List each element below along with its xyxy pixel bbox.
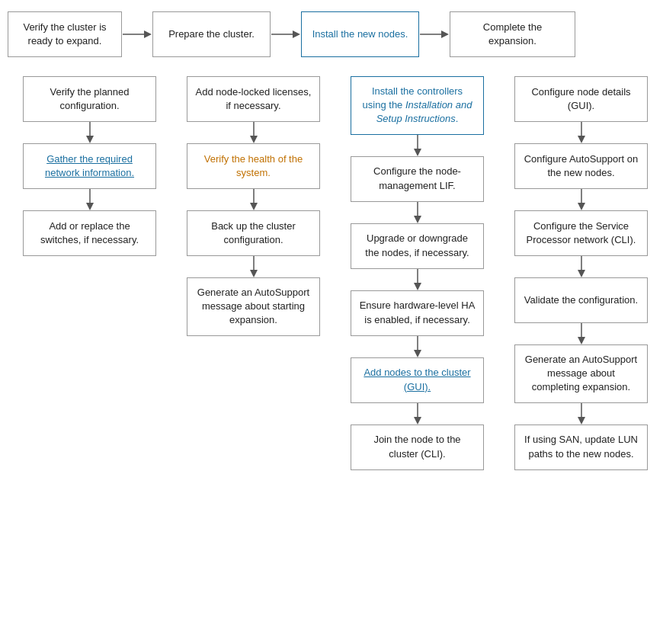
add-licenses-text: Add node-locked licenses, if necessary. [195, 85, 312, 113]
column-4: Configure node details (GUI). Configure … [499, 76, 663, 470]
svg-marker-13 [250, 203, 258, 210]
svg-marker-25 [414, 417, 421, 425]
box-generate-autosupport1: Generate an AutoSupport message about st… [187, 277, 320, 336]
arrow-down-c2-2 [247, 189, 261, 210]
configure-autosupport-nodes-text: Configure AutoSupport on the new nodes. [523, 152, 639, 180]
top-row: Verify the cluster is ready to expand. P… [8, 8, 655, 61]
box-verify-ready-text: Verify the cluster is ready to expand. [16, 21, 114, 48]
configure-node-details-text: Configure node details (GUI). [523, 85, 639, 113]
svg-marker-17 [414, 149, 421, 156]
arrow-down-c4-4 [575, 323, 588, 344]
box-upgrade-downgrade: Upgrade or downgrade the nodes, if neces… [351, 223, 484, 269]
arrow-down-c3-5 [411, 403, 424, 425]
arrow-down-c2-3 [247, 256, 261, 277]
update-lun-text: If using SAN, update LUN paths to the ne… [523, 433, 639, 460]
box-complete-expansion: Complete the expansion. [450, 11, 575, 57]
arrow-down-c3-4 [411, 336, 424, 357]
box-verify-planned: Verify the planned configuration. [23, 76, 156, 122]
upgrade-downgrade-text: Upgrade or downgrade the nodes, if neces… [359, 232, 476, 259]
join-node-cli-text: Join the node to the cluster (CLI). [359, 433, 476, 460]
arrow-down-c1-1 [83, 122, 97, 143]
svg-marker-1 [144, 30, 152, 38]
top-box-prepare: Prepare the cluster. [152, 11, 271, 57]
box-configure-sp: Configure the Service Processor network … [514, 210, 648, 256]
arrow-right-1 [122, 27, 152, 41]
column-1: Verify the planned configuration. Gather… [8, 76, 171, 256]
add-switches-text: Add or replace the switches, if necessar… [31, 219, 148, 247]
top-box-install: Install the new nodes. [301, 11, 419, 57]
box-configure-lif: Configure the node-management LIF. [351, 156, 484, 202]
svg-marker-5 [441, 30, 449, 38]
box-validate-config: Validate the configuration. [514, 277, 648, 323]
box-complete-text: Complete the expansion. [458, 21, 567, 48]
column-3: Install the controllers using the Instal… [335, 76, 499, 470]
add-nodes-gui-text[interactable]: Add nodes to the cluster (GUI). [359, 366, 476, 393]
svg-marker-3 [293, 30, 300, 38]
top-box-complete: Complete the expansion. [450, 11, 575, 57]
arrow-down-c3-3 [411, 269, 424, 290]
box-prepare-cluster: Prepare the cluster. [152, 11, 271, 57]
arrow-right-3 [419, 27, 450, 41]
box-install-text: Install the new nodes. [312, 27, 408, 41]
configure-sp-text: Configure the Service Processor network … [523, 219, 639, 247]
box-gather-network: Gather the required network information. [23, 143, 156, 189]
box-join-node-cli: Join the node to the cluster (CLI). [351, 425, 484, 470]
svg-marker-15 [250, 270, 258, 277]
arrow-down-c4-3 [575, 256, 588, 277]
generate-autosupport2-text: Generate an AutoSupport message about co… [523, 353, 639, 395]
box-verify-ready: Verify the cluster is ready to expand. [8, 11, 122, 57]
box-prepare-text: Prepare the cluster. [168, 27, 255, 41]
box-install-controllers: Install the controllers using the Instal… [351, 76, 484, 135]
arrow-down-c4-5 [575, 403, 588, 425]
box-configure-node-details: Configure node details (GUI). [514, 76, 648, 122]
ensure-ha-text: Ensure hardware-level HA is enabled, if … [359, 299, 476, 326]
install-controllers-text: Install the controllers using the Instal… [359, 85, 476, 127]
validate-config-text: Validate the configuration. [524, 293, 638, 307]
svg-marker-29 [578, 203, 585, 210]
svg-marker-7 [86, 136, 94, 143]
verify-planned-text: Verify the planned configuration. [31, 85, 148, 113]
svg-marker-19 [414, 216, 421, 223]
box-generate-autosupport2: Generate an AutoSupport message about co… [514, 344, 648, 403]
generate-autosupport1-text: Generate an AutoSupport message about st… [195, 286, 312, 328]
svg-marker-9 [86, 203, 94, 210]
box-configure-autosupport-nodes: Configure AutoSupport on the new nodes. [514, 143, 648, 189]
svg-marker-31 [578, 270, 585, 277]
box-back-up: Back up the cluster configuration. [187, 210, 320, 256]
arrow-down-c3-1 [411, 135, 424, 156]
box-add-licenses: Add node-locked licenses, if necessary. [187, 76, 320, 122]
box-ensure-ha: Ensure hardware-level HA is enabled, if … [351, 290, 484, 336]
svg-marker-21 [414, 283, 421, 290]
svg-marker-23 [414, 350, 421, 357]
back-up-text: Back up the cluster configuration. [195, 219, 312, 247]
arrow-right-2 [271, 27, 301, 41]
box-install-nodes: Install the new nodes. [301, 11, 419, 57]
arrow-down-c2-1 [247, 122, 261, 143]
columns-section: Verify the planned configuration. Gather… [8, 76, 655, 470]
box-update-lun: If using SAN, update LUN paths to the ne… [514, 425, 648, 470]
configure-lif-text: Configure the node-management LIF. [359, 165, 476, 192]
arrow-down-c3-2 [411, 202, 424, 223]
arrow-down-c4-2 [575, 189, 588, 210]
svg-marker-11 [250, 136, 258, 143]
top-box-verify-ready: Verify the cluster is ready to expand. [8, 11, 122, 57]
box-add-nodes-gui: Add nodes to the cluster (GUI). [351, 357, 484, 403]
gather-network-text[interactable]: Gather the required network information. [31, 152, 148, 180]
box-add-switches: Add or replace the switches, if necessar… [23, 210, 156, 256]
column-2: Add node-locked licenses, if necessary. … [171, 76, 335, 336]
svg-marker-27 [578, 136, 585, 143]
verify-health-text: Verify the health of the system. [195, 152, 312, 180]
box-verify-health: Verify the health of the system. [187, 143, 320, 189]
arrow-down-c1-2 [83, 189, 97, 210]
install-italic: Installation and Setup Instructions [376, 99, 472, 124]
svg-marker-35 [578, 417, 585, 425]
flowchart: Verify the cluster is ready to expand. P… [8, 8, 655, 470]
arrow-down-c4-1 [575, 122, 588, 143]
svg-marker-33 [578, 337, 585, 344]
